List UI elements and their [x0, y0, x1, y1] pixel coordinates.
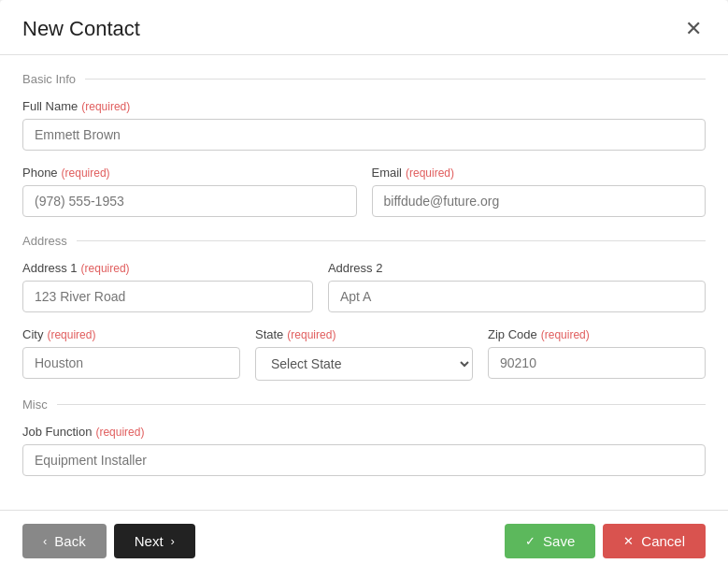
- address2-label: Address 2: [328, 261, 706, 275]
- full-name-row: Full Name(required): [22, 99, 706, 151]
- basic-info-label: Basic Info: [22, 72, 706, 86]
- address-section: Address Address 1(required) Address 2: [22, 234, 706, 381]
- full-name-field: Full Name(required): [22, 99, 706, 151]
- city-label: City(required): [22, 327, 240, 341]
- modal-body: Basic Info Full Name(required) Phone(req…: [0, 55, 728, 510]
- misc-label: Misc: [22, 398, 706, 412]
- email-input[interactable]: [372, 185, 707, 217]
- full-name-input[interactable]: [22, 119, 706, 151]
- basic-info-section: Basic Info Full Name(required) Phone(req…: [22, 72, 706, 217]
- email-label: Email(required): [372, 166, 707, 180]
- address1-field: Address 1(required): [22, 261, 313, 312]
- address2-field: Address 2: [328, 261, 706, 312]
- address-row: Address 1(required) Address 2: [22, 261, 706, 312]
- full-name-label: Full Name(required): [22, 99, 706, 113]
- address2-input[interactable]: [328, 281, 706, 312]
- next-icon: ›: [171, 534, 175, 548]
- zip-field: Zip Code(required): [488, 327, 706, 381]
- state-field: State(required) Select State Alabama Ala…: [255, 327, 473, 381]
- job-function-field: Job Function(required): [22, 425, 706, 476]
- back-button[interactable]: ‹ Back: [22, 524, 107, 558]
- phone-email-row: Phone(required) Email(required): [22, 166, 706, 217]
- email-field: Email(required): [372, 166, 707, 217]
- city-state-zip-row: City(required) State(required) Select St…: [22, 327, 706, 381]
- address1-input[interactable]: [22, 281, 313, 312]
- save-button[interactable]: ✓ Save: [505, 524, 595, 558]
- zip-label: Zip Code(required): [488, 327, 706, 341]
- modal-footer: ‹ Back Next › ✓ Save ✕ Cancel: [0, 510, 728, 564]
- cancel-button[interactable]: ✕ Cancel: [603, 524, 706, 558]
- phone-input[interactable]: [22, 185, 357, 217]
- save-icon: ✓: [525, 534, 535, 548]
- modal-title: New Contact: [22, 17, 140, 41]
- close-button[interactable]: ✕: [681, 19, 706, 39]
- address1-label: Address 1(required): [22, 261, 313, 275]
- phone-field: Phone(required): [22, 166, 357, 217]
- zip-input[interactable]: [488, 347, 706, 379]
- back-icon: ‹: [43, 534, 47, 548]
- misc-section: Misc Job Function(required): [22, 398, 706, 476]
- phone-label: Phone(required): [22, 166, 357, 180]
- modal-header: New Contact ✕: [0, 0, 728, 55]
- cancel-icon: ✕: [623, 534, 634, 548]
- state-label: State(required): [255, 327, 473, 341]
- job-function-input[interactable]: [22, 444, 706, 476]
- footer-left: ‹ Back Next ›: [22, 524, 195, 558]
- footer-right: ✓ Save ✕ Cancel: [505, 524, 706, 558]
- next-button[interactable]: Next ›: [114, 524, 195, 558]
- state-select[interactable]: Select State Alabama Alaska Arizona Cali…: [255, 347, 473, 381]
- city-input[interactable]: [22, 347, 240, 379]
- city-field: City(required): [22, 327, 240, 381]
- new-contact-modal: New Contact ✕ Basic Info Full Name(requi…: [0, 0, 728, 564]
- job-function-row: Job Function(required): [22, 425, 706, 476]
- job-function-label: Job Function(required): [22, 425, 706, 439]
- address-label: Address: [22, 234, 706, 248]
